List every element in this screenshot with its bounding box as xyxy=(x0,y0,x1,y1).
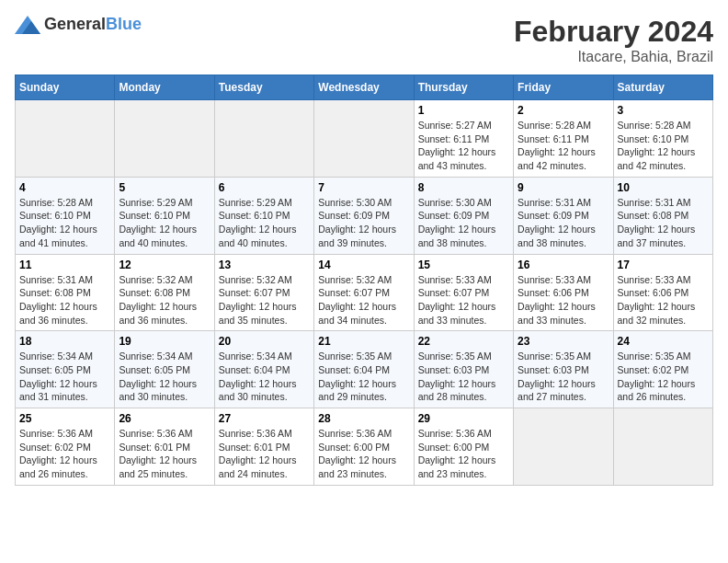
day-info: Sunrise: 5:36 AMSunset: 6:00 PMDaylight:… xyxy=(318,427,409,481)
day-cell: 16Sunrise: 5:33 AMSunset: 6:06 PMDayligh… xyxy=(514,254,613,331)
day-cell: 9Sunrise: 5:31 AMSunset: 6:09 PMDaylight… xyxy=(514,177,613,254)
logo-general: General xyxy=(44,15,106,33)
header-wednesday: Wednesday xyxy=(314,75,414,100)
header-monday: Monday xyxy=(115,75,214,100)
day-info: Sunrise: 5:32 AMSunset: 6:07 PMDaylight:… xyxy=(219,273,310,327)
day-number: 14 xyxy=(318,259,409,271)
logo-icon xyxy=(15,16,40,34)
day-info: Sunrise: 5:35 AMSunset: 6:02 PMDaylight:… xyxy=(618,350,709,404)
day-cell: 8Sunrise: 5:30 AMSunset: 6:09 PMDaylight… xyxy=(414,177,513,254)
day-cell xyxy=(16,100,115,178)
day-info: Sunrise: 5:28 AMSunset: 6:11 PMDaylight:… xyxy=(518,119,609,173)
week-row-2: 4Sunrise: 5:28 AMSunset: 6:10 PMDaylight… xyxy=(16,177,713,254)
day-cell xyxy=(514,408,613,486)
week-row-1: 1Sunrise: 5:27 AMSunset: 6:11 PMDaylight… xyxy=(16,100,713,178)
day-info: Sunrise: 5:29 AMSunset: 6:10 PMDaylight:… xyxy=(219,196,310,250)
day-number: 5 xyxy=(119,181,210,194)
day-number: 15 xyxy=(418,259,509,271)
day-cell: 11Sunrise: 5:31 AMSunset: 6:08 PMDayligh… xyxy=(16,254,115,331)
day-cell: 10Sunrise: 5:31 AMSunset: 6:08 PMDayligh… xyxy=(613,177,712,254)
day-number: 11 xyxy=(19,259,110,271)
day-info: Sunrise: 5:33 AMSunset: 6:06 PMDaylight:… xyxy=(618,273,709,327)
day-info: Sunrise: 5:32 AMSunset: 6:07 PMDaylight:… xyxy=(318,273,409,327)
day-number: 7 xyxy=(318,181,409,194)
day-cell: 21Sunrise: 5:35 AMSunset: 6:04 PMDayligh… xyxy=(314,331,414,408)
day-number: 22 xyxy=(418,335,509,348)
month-title: February 2024 xyxy=(514,15,713,49)
day-number: 28 xyxy=(318,412,409,425)
day-info: Sunrise: 5:28 AMSunset: 6:10 PMDaylight:… xyxy=(19,196,110,250)
day-cell: 12Sunrise: 5:32 AMSunset: 6:08 PMDayligh… xyxy=(115,254,214,331)
day-number: 19 xyxy=(119,335,210,348)
day-cell: 26Sunrise: 5:36 AMSunset: 6:01 PMDayligh… xyxy=(115,408,214,486)
logo: GeneralBlue xyxy=(15,15,142,34)
day-info: Sunrise: 5:35 AMSunset: 6:04 PMDaylight:… xyxy=(318,350,409,404)
day-cell: 19Sunrise: 5:34 AMSunset: 6:05 PMDayligh… xyxy=(115,331,214,408)
day-info: Sunrise: 5:27 AMSunset: 6:11 PMDaylight:… xyxy=(418,119,509,173)
day-number: 10 xyxy=(618,181,709,194)
week-row-5: 25Sunrise: 5:36 AMSunset: 6:02 PMDayligh… xyxy=(16,408,713,486)
day-cell: 18Sunrise: 5:34 AMSunset: 6:05 PMDayligh… xyxy=(16,331,115,408)
header-friday: Friday xyxy=(514,75,613,100)
day-cell xyxy=(613,408,712,486)
day-number: 17 xyxy=(618,259,709,271)
day-info: Sunrise: 5:34 AMSunset: 6:05 PMDaylight:… xyxy=(119,350,210,404)
day-cell: 28Sunrise: 5:36 AMSunset: 6:00 PMDayligh… xyxy=(314,408,414,486)
day-number: 6 xyxy=(219,181,310,194)
calendar-header-row: SundayMondayTuesdayWednesdayThursdayFrid… xyxy=(16,75,713,100)
day-info: Sunrise: 5:33 AMSunset: 6:06 PMDaylight:… xyxy=(518,273,609,327)
day-cell: 1Sunrise: 5:27 AMSunset: 6:11 PMDaylight… xyxy=(414,100,513,178)
day-cell: 23Sunrise: 5:35 AMSunset: 6:03 PMDayligh… xyxy=(514,331,613,408)
day-number: 8 xyxy=(418,181,509,194)
day-cell xyxy=(314,100,414,178)
day-number: 27 xyxy=(219,412,310,425)
day-number: 29 xyxy=(418,412,509,425)
logo-blue: Blue xyxy=(106,15,142,33)
day-number: 16 xyxy=(518,259,609,271)
day-info: Sunrise: 5:36 AMSunset: 6:00 PMDaylight:… xyxy=(418,427,509,481)
day-info: Sunrise: 5:35 AMSunset: 6:03 PMDaylight:… xyxy=(518,350,609,404)
day-info: Sunrise: 5:32 AMSunset: 6:08 PMDaylight:… xyxy=(119,273,210,327)
day-number: 26 xyxy=(119,412,210,425)
day-info: Sunrise: 5:35 AMSunset: 6:03 PMDaylight:… xyxy=(418,350,509,404)
day-cell xyxy=(115,100,214,178)
day-info: Sunrise: 5:33 AMSunset: 6:07 PMDaylight:… xyxy=(418,273,509,327)
day-info: Sunrise: 5:34 AMSunset: 6:05 PMDaylight:… xyxy=(19,350,110,404)
day-number: 13 xyxy=(219,259,310,271)
location-title: Itacare, Bahia, Brazil xyxy=(514,49,713,65)
week-row-4: 18Sunrise: 5:34 AMSunset: 6:05 PMDayligh… xyxy=(16,331,713,408)
day-info: Sunrise: 5:28 AMSunset: 6:10 PMDaylight:… xyxy=(618,119,709,173)
day-number: 2 xyxy=(518,104,609,117)
day-number: 3 xyxy=(618,104,709,117)
header-saturday: Saturday xyxy=(613,75,712,100)
day-cell: 20Sunrise: 5:34 AMSunset: 6:04 PMDayligh… xyxy=(214,331,313,408)
day-cell: 24Sunrise: 5:35 AMSunset: 6:02 PMDayligh… xyxy=(613,331,712,408)
day-number: 20 xyxy=(219,335,310,348)
day-info: Sunrise: 5:31 AMSunset: 6:08 PMDaylight:… xyxy=(618,196,709,250)
day-info: Sunrise: 5:31 AMSunset: 6:09 PMDaylight:… xyxy=(518,196,609,250)
day-info: Sunrise: 5:36 AMSunset: 6:02 PMDaylight:… xyxy=(19,427,110,481)
day-cell: 4Sunrise: 5:28 AMSunset: 6:10 PMDaylight… xyxy=(16,177,115,254)
day-info: Sunrise: 5:36 AMSunset: 6:01 PMDaylight:… xyxy=(219,427,310,481)
day-cell: 7Sunrise: 5:30 AMSunset: 6:09 PMDaylight… xyxy=(314,177,414,254)
header-tuesday: Tuesday xyxy=(214,75,313,100)
day-cell: 6Sunrise: 5:29 AMSunset: 6:10 PMDaylight… xyxy=(214,177,313,254)
header-thursday: Thursday xyxy=(414,75,513,100)
page-header: GeneralBlue February 2024 Itacare, Bahia… xyxy=(15,15,713,65)
day-number: 4 xyxy=(19,181,110,194)
day-cell: 5Sunrise: 5:29 AMSunset: 6:10 PMDaylight… xyxy=(115,177,214,254)
day-cell: 13Sunrise: 5:32 AMSunset: 6:07 PMDayligh… xyxy=(214,254,313,331)
day-cell: 17Sunrise: 5:33 AMSunset: 6:06 PMDayligh… xyxy=(613,254,712,331)
day-info: Sunrise: 5:30 AMSunset: 6:09 PMDaylight:… xyxy=(318,196,409,250)
day-cell: 3Sunrise: 5:28 AMSunset: 6:10 PMDaylight… xyxy=(613,100,712,178)
day-cell: 27Sunrise: 5:36 AMSunset: 6:01 PMDayligh… xyxy=(214,408,313,486)
day-cell: 2Sunrise: 5:28 AMSunset: 6:11 PMDaylight… xyxy=(514,100,613,178)
day-cell xyxy=(214,100,313,178)
day-number: 9 xyxy=(518,181,609,194)
day-cell: 25Sunrise: 5:36 AMSunset: 6:02 PMDayligh… xyxy=(16,408,115,486)
header-sunday: Sunday xyxy=(16,75,115,100)
day-cell: 15Sunrise: 5:33 AMSunset: 6:07 PMDayligh… xyxy=(414,254,513,331)
day-number: 25 xyxy=(19,412,110,425)
day-info: Sunrise: 5:36 AMSunset: 6:01 PMDaylight:… xyxy=(119,427,210,481)
day-number: 1 xyxy=(418,104,509,117)
